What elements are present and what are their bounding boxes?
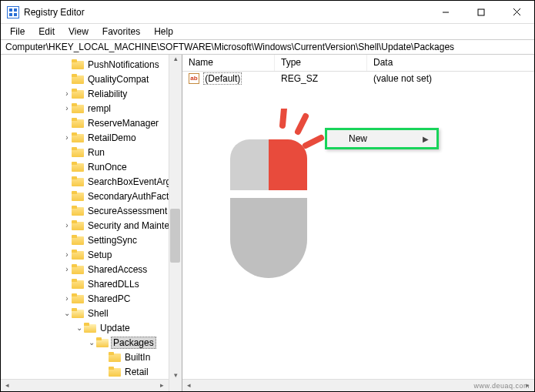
folder-icon <box>109 367 121 377</box>
string-value-icon: ab <box>189 73 199 84</box>
tree-item-label: Run <box>86 147 106 158</box>
menu-edit[interactable]: Edit <box>32 25 61 39</box>
tree-item-label: SharedAccess <box>86 264 149 275</box>
tree-item[interactable]: ›SharedAccess <box>1 262 182 276</box>
tree-item[interactable]: SharedDLLs <box>1 276 182 291</box>
folder-icon <box>72 162 84 172</box>
folder-icon <box>96 337 109 347</box>
folder-icon <box>72 89 84 99</box>
folder-icon <box>72 59 84 69</box>
tree-item[interactable]: ⌄Packages <box>1 335 182 350</box>
tree-item-label: QualityCompat <box>86 74 150 85</box>
column-header-data[interactable]: Data <box>367 55 534 71</box>
scroll-down-icon[interactable]: ▾ <box>169 371 182 379</box>
tree-pane: PushNotificationsQualityCompat›Reliabili… <box>1 55 182 392</box>
tree-item[interactable]: ›Security and Mainte <box>1 218 182 233</box>
folder-icon <box>72 206 84 216</box>
folder-icon <box>72 176 84 186</box>
tree-item[interactable]: QualityCompat <box>1 72 182 86</box>
tree-item[interactable]: ›Reliability <box>1 86 182 101</box>
menu-favorites[interactable]: Favorites <box>96 25 146 39</box>
folder-icon <box>72 264 84 274</box>
tree-item-label: Retail <box>123 367 150 377</box>
tree-item[interactable]: ›RetailDemo <box>1 130 182 145</box>
close-button[interactable] <box>499 1 534 23</box>
tree-item[interactable]: ›Setup <box>1 247 182 262</box>
tree-item[interactable]: ›SharedPC <box>1 291 182 306</box>
tree-item-label: ReserveManager <box>86 118 160 129</box>
folder-icon <box>109 352 121 362</box>
maximize-button[interactable] <box>463 1 499 23</box>
column-header-name[interactable]: Name <box>182 55 275 71</box>
chevron-right-icon[interactable]: › <box>62 294 72 303</box>
scroll-left-icon[interactable]: ◂ <box>1 381 14 389</box>
tree-item-label: Update <box>99 323 132 333</box>
tree-item[interactable]: Retail <box>1 364 182 379</box>
scroll-right-icon[interactable]: ▸ <box>155 381 169 389</box>
folder-icon <box>72 220 84 230</box>
folder-icon <box>72 191 84 201</box>
menu-bar: File Edit View Favorites Help <box>1 24 534 39</box>
svg-rect-1 <box>478 9 484 15</box>
context-menu-new[interactable]: New ▶ <box>325 128 439 149</box>
folder-icon <box>84 323 96 333</box>
tree-item[interactable]: SearchBoxEventArg <box>1 174 182 189</box>
tree-item[interactable]: ReserveManager <box>1 116 182 130</box>
folder-icon <box>72 235 84 245</box>
menu-help[interactable]: Help <box>148 25 179 39</box>
tree-item[interactable]: Run <box>1 145 182 159</box>
chevron-right-icon[interactable]: › <box>62 265 72 273</box>
tree-item[interactable]: SettingSync <box>1 233 182 247</box>
tree-item-label: RunOnce <box>86 162 129 173</box>
tree-item[interactable]: SecureAssessment <box>1 203 182 218</box>
folder-icon <box>72 308 84 318</box>
tree-scrollbar-vertical[interactable]: ▴ ▾ <box>169 55 182 392</box>
chevron-down-icon[interactable]: ⌄ <box>62 309 72 317</box>
folder-icon <box>72 279 84 289</box>
tree-item[interactable]: BuiltIn <box>1 350 182 364</box>
tree-item-label: SharedDLLs <box>86 279 141 290</box>
value-name: (Default) <box>203 72 242 85</box>
svg-line-5 <box>298 116 306 132</box>
tree-item[interactable]: ⌄Update <box>1 320 182 335</box>
scroll-thumb[interactable] <box>170 209 180 263</box>
minimize-button[interactable] <box>428 1 463 23</box>
svg-line-6 <box>306 138 321 146</box>
tree-item-label: Setup <box>86 250 113 260</box>
tree-scrollbar-horizontal[interactable]: ◂ ▸ <box>1 379 169 392</box>
tree-item[interactable]: RunOnce <box>1 159 182 174</box>
folder-icon <box>72 147 84 157</box>
tree-item[interactable]: PushNotifications <box>1 57 182 72</box>
tree-item[interactable]: SecondaryAuthFact <box>1 189 182 203</box>
scroll-up-icon[interactable]: ▴ <box>169 55 182 62</box>
menu-view[interactable]: View <box>62 25 95 39</box>
tree-item-label: Packages <box>111 337 156 349</box>
watermark: www.deuaq.com <box>473 382 530 390</box>
tree-item-label: Security and Mainte <box>86 220 171 231</box>
chevron-down-icon[interactable]: ⌄ <box>75 323 84 332</box>
folder-icon <box>72 293 84 303</box>
address-bar[interactable]: Computer\HKEY_LOCAL_MACHINE\SOFTWARE\Mic… <box>1 39 534 55</box>
tree-item-label: SearchBoxEventArg <box>86 176 172 187</box>
tree-item-label: SecondaryAuthFact <box>86 191 170 202</box>
svg-rect-7 <box>230 190 307 198</box>
chevron-down-icon[interactable]: ⌄ <box>87 338 96 347</box>
tree-item-label: SharedPC <box>86 293 132 304</box>
tree-item[interactable]: ›rempl <box>1 101 182 116</box>
chevron-right-icon[interactable]: › <box>62 250 72 259</box>
column-header-type[interactable]: Type <box>275 55 367 71</box>
chevron-right-icon[interactable]: › <box>62 89 72 98</box>
context-menu-label: New <box>349 133 367 144</box>
chevron-right-icon[interactable]: › <box>62 104 72 112</box>
tree-item-label: PushNotifications <box>86 59 161 70</box>
folder-icon <box>72 132 84 142</box>
menu-file[interactable]: File <box>4 25 31 39</box>
chevron-right-icon[interactable]: › <box>62 221 72 230</box>
tree-item[interactable]: ⌄Shell <box>1 306 182 320</box>
list-row[interactable]: ab (Default) REG_SZ (value not set) <box>182 72 534 85</box>
scroll-left-icon[interactable]: ◂ <box>182 381 196 389</box>
title-bar: Registry Editor <box>1 1 534 24</box>
submenu-arrow-icon: ▶ <box>423 135 429 143</box>
svg-line-4 <box>283 109 284 126</box>
chevron-right-icon[interactable]: › <box>62 133 72 142</box>
